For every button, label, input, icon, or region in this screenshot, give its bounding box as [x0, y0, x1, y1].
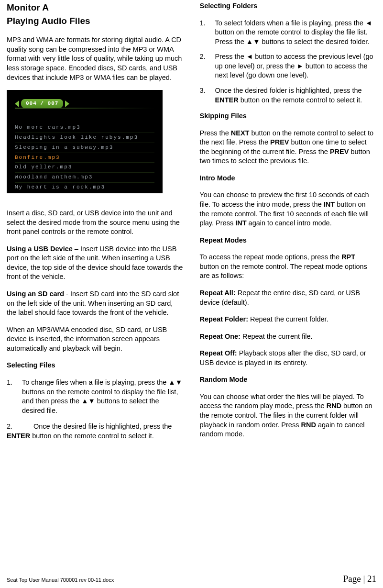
- prev-label: PREV: [330, 148, 349, 155]
- page-title: Monitor A: [7, 1, 184, 14]
- intro-mode-heading: Intro Mode: [200, 174, 377, 183]
- list-number: 2.: [7, 422, 33, 432]
- divider-line: [15, 108, 154, 109]
- next-label: NEXT: [231, 129, 250, 137]
- repeat-off-heading: Repeat Off:: [200, 349, 237, 357]
- repeat-folder-paragraph: Repeat Folder: Repeat the current folder…: [200, 315, 377, 324]
- selecting-files-list: 1. To change files when a file is playin…: [7, 378, 184, 415]
- track-item: Bonfire.mp3: [15, 153, 154, 163]
- arrow-left-icon: [15, 100, 19, 107]
- list-text: To select folders when a file is playing…: [215, 19, 377, 47]
- int-label: INT: [324, 200, 335, 208]
- auto-paragraph: When an MP3/WMA encoded disc, SD card, o…: [7, 325, 184, 354]
- list-item-2: 2.Once the desired file is highlighted, …: [7, 422, 184, 441]
- skipping-files-heading: Skipping Files: [200, 111, 377, 121]
- list-text-c: button on the remote control to select i…: [30, 432, 154, 440]
- footer-page-number: Page | 21: [343, 573, 376, 585]
- selecting-files-heading: Selecting Files: [7, 361, 184, 370]
- page: Monitor A Playing Audio Files MP3 and WM…: [0, 0, 383, 588]
- repeat-modes-paragraph: To access the repeat mode options, press…: [200, 253, 377, 281]
- list-text: To change files when a file is playing, …: [22, 378, 184, 415]
- enter-label: ENTER: [7, 432, 30, 440]
- arrow-right-icon: [65, 100, 69, 107]
- list-item: 1. To select folders when a file is play…: [200, 19, 377, 47]
- usb-paragraph: Using a USB Device – Insert USB device i…: [7, 244, 184, 282]
- footer-doc-name: Seat Top User Manual 700001 rev 00-11.do…: [7, 577, 114, 584]
- skipping-files-paragraph: Press the NEXT button on the remote cont…: [200, 129, 377, 166]
- list-number: 1.: [7, 378, 22, 415]
- rnd-label: RND: [301, 421, 316, 429]
- insert-paragraph: Insert a disc, SD card, or USB device in…: [7, 209, 184, 237]
- track-item: My heart is a rock.mp3: [15, 182, 154, 192]
- list-text: Once the desired folder is highlighted, …: [215, 86, 377, 105]
- two-column-layout: Monitor A Playing Audio Files MP3 and WM…: [7, 1, 376, 447]
- page-footer: Seat Top User Manual 700001 rev 00-11.do…: [7, 573, 376, 585]
- sd-heading: Using an SD card: [7, 290, 64, 298]
- track-list: No more cars.mp3Headlights look like rub…: [15, 123, 154, 192]
- list-text: Press the ◄ button to access the previou…: [215, 52, 377, 80]
- track-item: Sleeping in a subway.mp3: [15, 143, 154, 153]
- prev-label: PREV: [270, 138, 289, 146]
- repeat-folder-heading: Repeat Folder:: [200, 315, 249, 323]
- track-counter-bar: 004 / 007: [15, 99, 69, 108]
- repeat-modes-heading: Repeat Modes: [200, 236, 377, 245]
- left-column: Monitor A Playing Audio Files MP3 and WM…: [7, 1, 184, 447]
- repeat-all-paragraph: Repeat All: Repeat the entire disc, SD c…: [200, 288, 377, 307]
- list-number: 3.: [200, 86, 215, 105]
- list-number: 1.: [200, 19, 215, 47]
- list-item: 3. Once the desired folder is highlighte…: [200, 86, 377, 105]
- enter-label: ENTER: [215, 96, 239, 104]
- right-column: Selecting Folders 1. To select folders w…: [200, 1, 377, 447]
- repeat-off-paragraph: Repeat Off: Playback stops after the dis…: [200, 349, 377, 367]
- selecting-folders-list: 1. To select folders when a file is play…: [200, 19, 377, 105]
- track-counter: 004 / 007: [21, 99, 63, 108]
- list-text-a: Once the desired file is highlighted, pr…: [33, 422, 172, 430]
- random-mode-paragraph: You can choose what order the files will…: [200, 392, 377, 439]
- intro-paragraph: MP3 and WMA are formats for storing digi…: [7, 35, 184, 82]
- int-label: INT: [235, 219, 246, 227]
- repeat-one-heading: Repeat One:: [200, 333, 241, 340]
- random-mode-heading: Random Mode: [200, 375, 377, 385]
- repeat-one-paragraph: Repeat One: Repeat the current file.: [200, 332, 377, 342]
- device-screenshot: 004 / 007 No more cars.mp3Headlights loo…: [7, 90, 163, 193]
- list-item: 2. Press the ◄ button to access the prev…: [200, 52, 377, 80]
- list-number: 2.: [200, 52, 215, 80]
- rpt-label: RPT: [341, 253, 355, 261]
- sd-paragraph: Using an SD card - Insert SD card into t…: [7, 289, 184, 318]
- page-subtitle: Playing Audio Files: [7, 15, 184, 27]
- rnd-label: RND: [327, 402, 341, 410]
- track-item: No more cars.mp3: [15, 123, 154, 133]
- intro-mode-paragraph: You can choose to preview the first 10 s…: [200, 190, 377, 228]
- usb-heading: Using a USB Device: [7, 245, 73, 253]
- repeat-all-heading: Repeat All:: [200, 289, 236, 297]
- selecting-folders-heading: Selecting Folders: [200, 1, 377, 11]
- list-item: 1. To change files when a file is playin…: [7, 378, 184, 415]
- track-item: Woodland anthem.mp3: [15, 172, 154, 182]
- track-item: Headlights look like rubys.mp3: [15, 133, 154, 143]
- track-item: Old yeller.mp3: [15, 162, 154, 172]
